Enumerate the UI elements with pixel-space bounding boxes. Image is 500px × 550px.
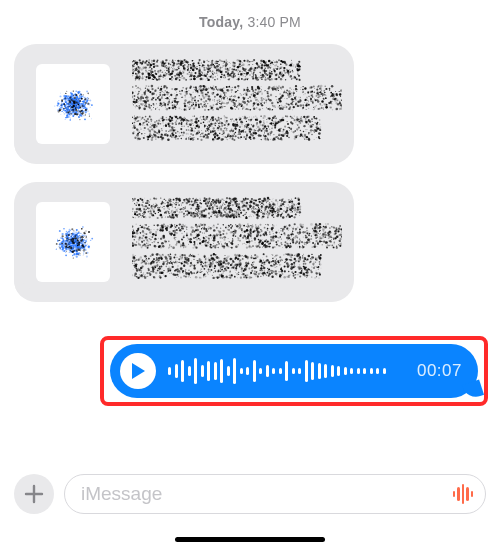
svg-point-2405 xyxy=(232,123,235,126)
svg-point-1015 xyxy=(202,64,204,66)
svg-point-4898 xyxy=(247,235,249,237)
svg-point-2837 xyxy=(304,138,306,140)
svg-point-934 xyxy=(148,62,150,64)
svg-point-1559 xyxy=(219,107,221,109)
svg-point-3983 xyxy=(144,206,145,207)
svg-point-4891 xyxy=(340,229,342,231)
svg-point-2623 xyxy=(135,137,136,138)
svg-point-638 xyxy=(135,76,136,77)
svg-point-5829 xyxy=(161,259,163,261)
svg-point-1324 xyxy=(278,76,280,78)
svg-point-2999 xyxy=(264,129,266,131)
svg-point-5425 xyxy=(150,240,151,241)
svg-point-2025 xyxy=(195,102,196,103)
svg-point-3079 xyxy=(198,130,200,132)
svg-point-1880 xyxy=(336,94,338,96)
svg-point-2677 xyxy=(200,136,201,137)
svg-point-4438 xyxy=(183,213,185,215)
svg-point-2239 xyxy=(264,103,265,104)
svg-point-4037 xyxy=(192,213,193,214)
svg-point-598 xyxy=(288,73,289,74)
add-button[interactable] xyxy=(14,474,54,514)
svg-point-1170 xyxy=(245,78,247,80)
svg-point-4678 xyxy=(168,198,170,200)
svg-point-4454 xyxy=(257,211,258,212)
svg-point-6511 xyxy=(172,266,174,268)
message-input[interactable]: iMessage xyxy=(64,474,486,514)
svg-point-5157 xyxy=(264,235,265,236)
svg-point-4914 xyxy=(191,230,193,232)
svg-point-4526 xyxy=(149,208,150,209)
svg-point-767 xyxy=(257,79,258,80)
svg-point-4713 xyxy=(229,209,230,210)
svg-point-4620 xyxy=(260,204,261,205)
svg-point-5450 xyxy=(317,243,319,245)
svg-point-4009 xyxy=(196,211,197,212)
svg-point-618 xyxy=(244,70,245,71)
svg-point-4900 xyxy=(325,241,328,244)
svg-point-5497 xyxy=(258,239,260,241)
svg-point-6089 xyxy=(137,277,139,279)
svg-point-6333 xyxy=(292,273,294,275)
svg-point-4122 xyxy=(153,198,154,199)
svg-point-3155 xyxy=(203,121,205,123)
svg-point-2610 xyxy=(303,125,305,127)
svg-point-3995 xyxy=(265,206,266,207)
svg-point-2949 xyxy=(151,123,152,124)
incoming-message-bubble[interactable] xyxy=(14,44,354,164)
svg-point-1782 xyxy=(234,103,236,105)
svg-point-1541 xyxy=(195,104,197,106)
svg-point-3142 xyxy=(147,118,149,120)
svg-point-1829 xyxy=(188,106,189,107)
svg-point-5977 xyxy=(167,268,169,270)
incoming-message-bubble[interactable] xyxy=(14,182,354,302)
svg-point-2083 xyxy=(305,93,306,94)
svg-point-6365 xyxy=(224,258,226,260)
svg-point-1731 xyxy=(152,97,153,98)
svg-point-4079 xyxy=(233,216,235,218)
svg-point-3172 xyxy=(263,120,264,121)
svg-point-5518 xyxy=(180,244,182,246)
svg-point-1834 xyxy=(223,92,225,94)
audio-waveform[interactable] xyxy=(168,356,403,386)
svg-point-1432 xyxy=(234,69,236,71)
svg-point-1182 xyxy=(278,59,280,61)
svg-point-1515 xyxy=(143,107,146,110)
svg-point-4915 xyxy=(315,243,316,244)
svg-point-2540 xyxy=(169,125,172,128)
svg-point-3018 xyxy=(249,131,251,133)
svg-point-5820 xyxy=(288,271,290,273)
svg-point-823 xyxy=(137,65,138,66)
svg-point-5821 xyxy=(312,263,314,265)
svg-point-1073 xyxy=(243,67,244,68)
play-button[interactable] xyxy=(120,353,156,389)
svg-point-1522 xyxy=(259,102,260,103)
svg-point-2064 xyxy=(320,88,323,91)
svg-point-5674 xyxy=(218,270,220,272)
svg-point-1449 xyxy=(237,71,238,72)
svg-point-817 xyxy=(162,60,164,62)
svg-point-3882 xyxy=(213,202,214,203)
outgoing-audio-message-bubble[interactable]: 00:07 xyxy=(110,344,478,398)
svg-point-4074 xyxy=(212,199,214,201)
svg-point-3879 xyxy=(155,203,157,205)
svg-point-937 xyxy=(177,69,178,70)
svg-point-1570 xyxy=(257,88,258,89)
svg-point-4362 xyxy=(219,207,221,209)
svg-point-6394 xyxy=(148,268,150,270)
svg-point-1506 xyxy=(193,98,194,99)
svg-point-6323 xyxy=(229,256,230,257)
svg-point-4784 xyxy=(142,231,144,233)
svg-point-2154 xyxy=(168,101,170,103)
svg-point-5886 xyxy=(237,263,240,266)
svg-point-4662 xyxy=(224,207,226,209)
svg-point-2664 xyxy=(212,139,214,141)
svg-point-4349 xyxy=(281,205,282,206)
svg-point-3943 xyxy=(181,205,182,206)
record-audio-button[interactable] xyxy=(453,483,474,505)
svg-point-1361 xyxy=(210,64,212,66)
svg-point-1537 xyxy=(246,104,248,106)
svg-point-1446 xyxy=(276,61,278,63)
svg-point-1053 xyxy=(184,69,186,71)
svg-point-2862 xyxy=(144,133,145,134)
